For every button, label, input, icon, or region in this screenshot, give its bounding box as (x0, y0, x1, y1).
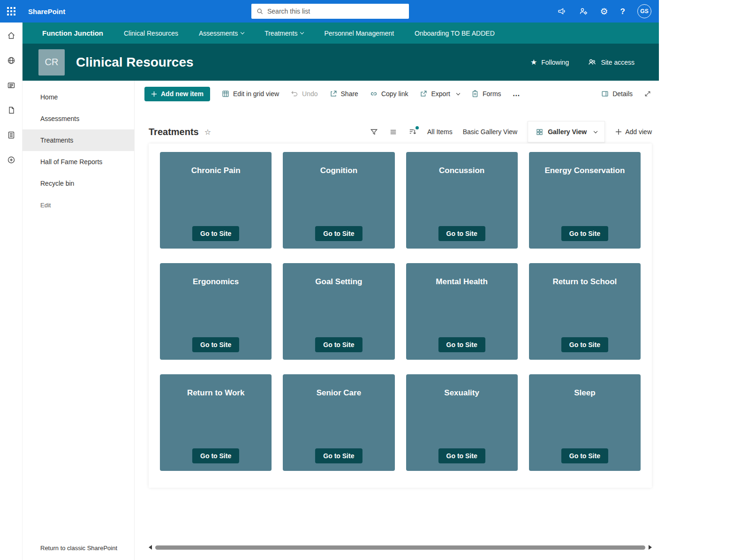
hub-nav-item[interactable]: Assessments (199, 30, 244, 37)
treatment-card: Senior Care Go to Site (283, 374, 394, 471)
hub-nav-item[interactable]: Function Junction (42, 29, 103, 37)
view-bar: Treatments ☆ All Items Basic Gallery Vie… (149, 120, 652, 144)
view-controls: All Items Basic Gallery View Gallery Vie… (370, 121, 652, 143)
go-to-site-button[interactable]: Go to Site (438, 337, 485, 352)
sort-icon[interactable] (408, 128, 417, 136)
site-logo[interactable]: CR (38, 49, 65, 76)
app-launcher-button[interactable] (0, 0, 23, 23)
share-icon (329, 90, 338, 98)
globe-icon[interactable] (7, 56, 16, 65)
sidebar-item-edit[interactable]: Edit (23, 194, 134, 216)
list-title[interactable]: Treatments (149, 127, 199, 137)
sidebar-item-hall-of-fame-reports[interactable]: Hall of Fame Reports (23, 151, 134, 173)
view-basic-gallery[interactable]: Basic Gallery View (463, 128, 517, 136)
details-button[interactable]: Details (601, 90, 633, 98)
treatment-card: Sleep Go to Site (529, 374, 641, 471)
plus-icon (151, 91, 157, 97)
view-all-items[interactable]: All Items (427, 128, 453, 136)
card-title: Cognition (283, 152, 394, 175)
go-to-site-button[interactable]: Go to Site (315, 337, 362, 352)
go-to-site-button[interactable]: Go to Site (315, 226, 362, 241)
scrollbar-thumb[interactable] (155, 545, 645, 550)
treatment-card: Chronic Pain Go to Site (160, 152, 272, 249)
hub-nav: Function JunctionClinical ResourcesAsses… (23, 23, 659, 44)
sidebar-item-assessments[interactable]: Assessments (23, 108, 134, 129)
settings-gear-icon[interactable]: ⚙ (600, 7, 608, 16)
megaphone-icon[interactable] (557, 7, 567, 16)
classic-sharepoint-link[interactable]: Return to classic SharePoint (40, 545, 117, 552)
sharepoint-brand[interactable]: SharePoint (28, 8, 65, 15)
gallery-view-label: Gallery View (548, 128, 587, 136)
go-to-site-button[interactable]: Go to Site (192, 337, 239, 352)
copy-link-button[interactable]: Copy link (370, 90, 408, 98)
view-gallery-selected[interactable]: Gallery View (528, 121, 605, 143)
list-content: Add new item Edit in grid view Undo Shar… (135, 81, 659, 560)
go-to-site-button[interactable]: Go to Site (192, 226, 239, 241)
forms-icon (471, 90, 479, 98)
go-to-site-button[interactable]: Go to Site (192, 448, 239, 463)
expand-button[interactable] (644, 90, 651, 98)
scroll-right-arrow[interactable] (649, 545, 652, 550)
chevron-down-icon (300, 30, 304, 34)
scroll-left-arrow[interactable] (149, 545, 152, 550)
add-view-button[interactable]: Add view (615, 128, 652, 136)
site-title[interactable]: Clinical Resources (76, 55, 194, 70)
view-options-icon[interactable] (389, 128, 398, 136)
following-button[interactable]: ★ Following (530, 59, 569, 66)
sidebar-item-home[interactable]: Home (23, 86, 134, 108)
document-icon[interactable] (7, 106, 16, 115)
gallery-panel: Chronic Pain Go to Site Cognition Go to … (149, 144, 652, 488)
chevron-down-icon (241, 30, 244, 34)
treatment-card: Cognition Go to Site (283, 152, 394, 249)
filter-icon[interactable] (370, 128, 378, 136)
card-title: Sleep (529, 374, 641, 398)
hub-nav-item[interactable]: Personnel Management (324, 30, 394, 37)
forms-label: Forms (483, 90, 501, 98)
go-to-site-button[interactable]: Go to Site (561, 337, 608, 352)
add-new-item-button[interactable]: Add new item (144, 87, 210, 101)
site-access-button[interactable]: Site access (588, 58, 635, 67)
list-icon[interactable] (7, 130, 16, 140)
card-title: Energy Conservation (529, 152, 641, 175)
go-to-site-button[interactable]: Go to Site (315, 448, 362, 463)
horizontal-scrollbar (149, 544, 652, 551)
treatment-card: Sexuality Go to Site (406, 374, 518, 471)
treatment-card: Concussion Go to Site (406, 152, 518, 249)
home-icon[interactable] (7, 31, 16, 40)
go-to-site-button[interactable]: Go to Site (438, 448, 485, 463)
sidebar-item-treatments[interactable]: Treatments (23, 129, 134, 151)
favorite-star-icon[interactable]: ☆ (204, 128, 211, 136)
site-header-actions: ★ Following Site access (530, 58, 635, 67)
card-title: Concussion (406, 152, 518, 175)
news-icon[interactable] (7, 81, 16, 90)
card-title: Mental Health (406, 263, 518, 287)
sidebar-item-recycle-bin[interactable]: Recycle bin (23, 173, 134, 194)
export-button[interactable]: Export (419, 90, 459, 98)
go-to-site-button[interactable]: Go to Site (438, 226, 485, 241)
person-gear-icon[interactable] (579, 7, 588, 16)
hub-nav-item[interactable]: Treatments (264, 30, 303, 37)
help-icon[interactable]: ? (620, 8, 625, 15)
hub-nav-item[interactable]: Clinical Resources (124, 30, 178, 37)
suite-bar: SharePoint ⚙ ? GS (0, 0, 659, 23)
undo-button[interactable]: Undo (290, 90, 317, 98)
chevron-down-icon (594, 129, 597, 133)
treatment-card: Mental Health Go to Site (406, 263, 518, 360)
sidebar-nav: HomeAssessmentsTreatmentsHall of Fame Re… (23, 81, 134, 216)
more-commands-button[interactable]: … (513, 90, 521, 98)
go-to-site-button[interactable]: Go to Site (561, 226, 608, 241)
people-icon (588, 58, 597, 67)
edit-grid-view-button[interactable]: Edit in grid view (221, 90, 279, 98)
go-to-site-button[interactable]: Go to Site (561, 448, 608, 463)
treatment-card: Return to Work Go to Site (160, 374, 272, 471)
following-label: Following (541, 59, 569, 66)
share-button[interactable]: Share (329, 90, 358, 98)
forms-button[interactable]: Forms (471, 90, 501, 98)
search-box (251, 4, 409, 19)
undo-icon (290, 90, 299, 98)
create-icon[interactable] (7, 155, 16, 165)
search-input[interactable] (266, 7, 409, 15)
share-label: Share (341, 90, 358, 98)
hub-nav-item[interactable]: Onboarding TO BE ADDED (415, 30, 495, 37)
avatar[interactable]: GS (637, 4, 651, 18)
